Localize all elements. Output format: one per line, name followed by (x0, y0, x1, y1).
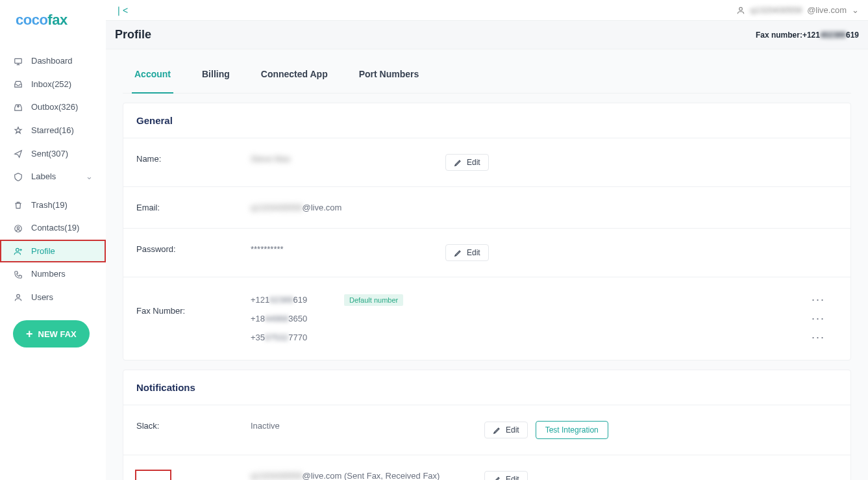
logo-part2: fax (47, 12, 67, 28)
nav-item-dashboard[interactable]: Dashboard (0, 49, 106, 73)
sidebar: cocofax DashboardInbox(252)Outbox(326)St… (0, 0, 106, 480)
collapse-sidebar-icon[interactable]: ❘< (115, 5, 128, 16)
inbox-icon (13, 79, 23, 90)
nav-item-users[interactable]: Users (0, 286, 106, 309)
fax-number-row: Fax Number: +12102389619Default number··… (123, 277, 850, 360)
svg-point-4 (17, 295, 20, 298)
outbox-icon (13, 102, 23, 112)
nav-list: DashboardInbox(252)Outbox(326)Starred(16… (0, 49, 106, 309)
user-email-suffix: @live.com (807, 5, 847, 15)
name-row: Name: Steve Max Edit (123, 138, 850, 187)
nav-item-trash[interactable]: Trash(19) (0, 193, 106, 216)
more-icon[interactable]: ··· (812, 293, 837, 307)
title-bar: Profile Fax number:+121402389619 (106, 21, 868, 49)
nav-label: Sent(307) (31, 149, 68, 158)
nav-item-sent[interactable]: Sent(307) (0, 142, 106, 165)
nav-label: Users (31, 292, 53, 302)
user-plus-icon (13, 246, 23, 257)
nav-label: Starred(16) (31, 125, 74, 135)
nav-label: Profile (31, 246, 55, 256)
logo-part1: coco (16, 12, 47, 28)
tabs: AccountBillingConnected AppPort Numbers (123, 56, 851, 94)
edit-slack-button[interactable]: Edit (484, 422, 528, 438)
svg-point-5 (739, 8, 742, 11)
nav-label: Dashboard (31, 56, 73, 66)
fax-number-list: +12102389619Default number···+1844968365… (251, 290, 837, 347)
new-fax-button[interactable]: + NEW FAX (13, 320, 90, 347)
contacts-icon (13, 223, 23, 233)
svg-point-2 (17, 227, 19, 229)
edit-notify-email-button[interactable]: Edit (484, 471, 528, 480)
page-title: Profile (115, 28, 151, 42)
topbar: ❘< q1320430559@live.com ⌄ (106, 0, 868, 21)
main-area: ❘< q1320430559@live.com ⌄ Profile Fax nu… (106, 0, 868, 480)
notifications-heading: Notifications (123, 370, 850, 405)
fax-number-line: +12102389619Default number··· (251, 290, 837, 309)
nav-label: Numbers (31, 269, 66, 279)
nav-item-starred[interactable]: Starred(16) (0, 119, 106, 142)
pencil-icon (454, 248, 463, 257)
general-heading: General (123, 103, 850, 138)
more-icon[interactable]: ··· (812, 331, 837, 344)
fax-number-value: +35075327770 (251, 333, 329, 342)
slack-row: Slack: Inactive Edit Test Integration (123, 405, 850, 455)
notify-email-label: Email: (136, 471, 170, 480)
user-icon (13, 292, 23, 303)
more-icon[interactable]: ··· (812, 312, 837, 325)
star-icon (13, 125, 23, 136)
test-integration-button[interactable]: Test Integration (536, 421, 608, 439)
nav-item-outbox[interactable]: Outbox(326) (0, 95, 106, 119)
monitor-icon (13, 56, 23, 66)
pencil-icon (454, 158, 463, 167)
pencil-icon (493, 475, 502, 480)
svg-point-3 (16, 248, 19, 251)
fax-number-value: +12102389619 (251, 295, 329, 305)
tab-account[interactable]: Account (132, 56, 173, 94)
notify-email-row: Email: q1320430559@live.com (Sent Fax, R… (123, 455, 850, 480)
edit-name-button[interactable]: Edit (445, 154, 489, 171)
pencil-icon (493, 425, 502, 435)
chevron-down-icon: ⌄ (86, 171, 93, 181)
tab-port[interactable]: Port Numbers (356, 56, 422, 93)
trash-icon (13, 199, 23, 210)
plus-icon: + (26, 328, 33, 340)
tab-billing[interactable]: Billing (199, 56, 232, 93)
nav-label: Contacts(19) (31, 223, 79, 233)
nav-label: Inbox(252) (31, 79, 71, 89)
email-row: Email: q1320430559@live.com (123, 187, 850, 229)
nav-item-profile[interactable]: Profile (0, 240, 106, 263)
fax-number-line: +18449683650··· (251, 309, 837, 328)
phone-icon (13, 269, 23, 279)
name-label: Name: (136, 154, 251, 164)
new-fax-label: NEW FAX (38, 329, 77, 339)
nav-item-labels[interactable]: Labels⌄ (0, 165, 106, 188)
name-value: Steve Max (251, 154, 290, 164)
edit-password-button[interactable]: Edit (445, 244, 489, 261)
nav-item-contacts[interactable]: Contacts(19) (0, 216, 106, 240)
nav-label: Outbox(326) (31, 102, 78, 112)
nav-item-inbox[interactable]: Inbox(252) (0, 73, 106, 96)
header-fax-number: Fax number:+121402389619 (756, 31, 859, 40)
svg-rect-0 (15, 58, 22, 63)
password-value: ********** (251, 244, 445, 254)
send-icon (13, 148, 23, 158)
default-number-badge: Default number (344, 294, 403, 306)
slack-value: Inactive (251, 421, 484, 431)
nav-label: Trash(19) (31, 200, 68, 210)
user-email-blur: q1320430559 (750, 5, 802, 15)
nav-item-numbers[interactable]: Numbers (0, 262, 106, 286)
user-menu[interactable]: q1320430559@live.com ⌄ (736, 5, 859, 16)
fax-number-value: +18449683650 (251, 314, 329, 323)
chevron-down-icon: ⌄ (852, 5, 859, 15)
notifications-card: Notifications Slack: Inactive Edit Test … (123, 370, 851, 480)
tag-icon (13, 171, 23, 182)
fax-number-label: Fax Number: (136, 290, 251, 316)
password-row: Password: ********** Edit (123, 229, 850, 277)
slack-label: Slack: (136, 421, 251, 431)
content: AccountBillingConnected AppPort Numbers … (106, 49, 868, 480)
email-label: Email: (136, 203, 251, 212)
nav-label: Labels (31, 171, 56, 181)
password-label: Password: (136, 244, 251, 254)
logo: cocofax (0, 0, 106, 49)
tab-connected[interactable]: Connected App (258, 56, 330, 93)
